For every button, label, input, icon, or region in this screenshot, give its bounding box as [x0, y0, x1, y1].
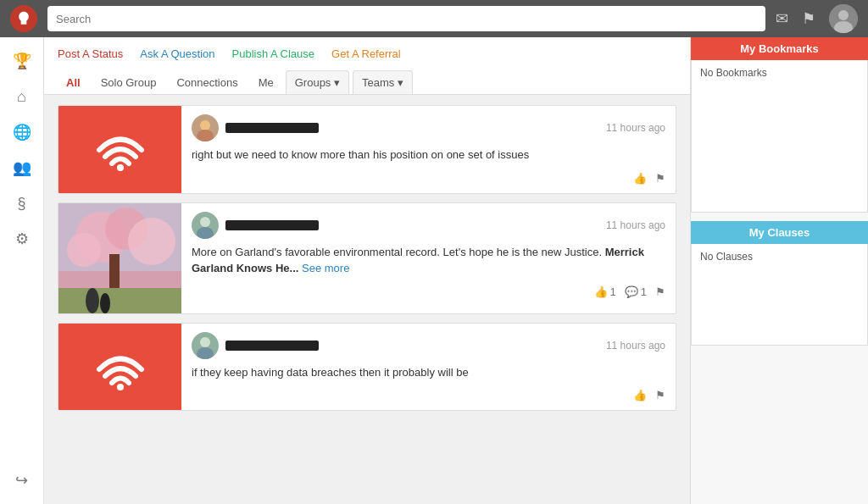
sidebar-item-trophy[interactable]: 🏆	[7, 46, 37, 76]
post-actions-1: 👍 ⚑	[192, 172, 665, 185]
post-body-1: 11 hours ago right but we need to know m…	[181, 106, 676, 193]
thumbs-up-icon-3: 👍	[633, 389, 647, 402]
post-time-1: 11 hours ago	[606, 122, 665, 134]
post-status-link[interactable]: Post A Status	[58, 46, 123, 62]
post-text-3: if they keep having data breaches then i…	[192, 364, 665, 381]
filter-tabs: All Solo Group Connections Me Groups ▾ T…	[58, 70, 676, 94]
post-time-2: 11 hours ago	[606, 219, 665, 231]
svg-point-15	[86, 288, 99, 313]
see-more-link-2[interactable]: See more	[302, 262, 349, 274]
search-bar[interactable]	[47, 6, 765, 31]
svg-point-18	[200, 217, 210, 227]
flag-button-2[interactable]: ⚑	[655, 285, 665, 298]
clauses-body: No Clauses	[691, 244, 868, 346]
sidebar-item-home[interactable]: ⌂	[7, 81, 37, 112]
post-actions-3: 👍 ⚑	[192, 389, 665, 402]
svg-rect-14	[58, 288, 181, 313]
clauses-empty: No Clauses	[700, 251, 753, 263]
post-card: 11 hours ago right but we need to know m…	[58, 105, 676, 194]
filter-tab-me[interactable]: Me	[250, 71, 282, 94]
post-avatar-3	[192, 332, 219, 359]
post-header-1: 11 hours ago	[192, 114, 665, 141]
bookmarks-body: No Bookmarks	[691, 60, 868, 213]
like-button-1[interactable]: 👍	[633, 172, 647, 185]
clauses-header: My Clauses	[691, 221, 868, 244]
post-card-3: 11 hours ago if they keep having data br…	[58, 323, 676, 412]
flag-icon-post-1: ⚑	[655, 172, 665, 185]
post-text-1: right but we need to know more than his …	[192, 147, 665, 163]
sidebar-item-globe[interactable]: 🌐	[7, 117, 37, 147]
filter-tab-teams[interactable]: Teams ▾	[353, 70, 413, 94]
flag-icon-post-2: ⚑	[655, 285, 665, 298]
post-header-2: 11 hours ago	[192, 212, 665, 239]
sidebar: 🏆 ⌂ 🌐 👥 § ⚙ ↪	[0, 37, 44, 504]
get-referral-link[interactable]: Get A Referral	[331, 46, 401, 62]
comment-count-2: 1	[641, 285, 647, 298]
svg-point-12	[67, 233, 101, 267]
clauses-section: My Clauses No Clauses	[691, 221, 868, 346]
right-sidebar: My Bookmarks No Bookmarks My Clauses No …	[690, 37, 868, 504]
ask-question-link[interactable]: Ask A Question	[140, 46, 214, 62]
post-thumbnail-2	[58, 203, 181, 313]
thumbs-up-icon: 👍	[633, 172, 647, 185]
post-username-2	[225, 220, 319, 230]
flag-icon-post-3: ⚑	[655, 389, 665, 402]
post-avatar-1	[192, 114, 219, 141]
svg-point-11	[128, 218, 175, 265]
top-nav: ✉ ⚑	[0, 0, 868, 37]
post-avatar-2	[192, 212, 219, 239]
post-thumbnail-3	[58, 324, 181, 411]
flag-button-3[interactable]: ⚑	[655, 389, 665, 402]
post-actions-2: 👍 1 💬 1 ⚑	[192, 285, 665, 298]
svg-point-1	[838, 10, 849, 20]
feed-icon-3	[86, 340, 154, 394]
post-body-3: 11 hours ago if they keep having data br…	[181, 324, 676, 411]
flag-button-1[interactable]: ⚑	[655, 172, 665, 185]
svg-point-5	[200, 120, 210, 130]
feed-icon-1	[86, 120, 154, 178]
svg-point-16	[100, 293, 110, 313]
action-links: Post A Status Ask A Question Publish A C…	[58, 46, 676, 62]
bookmarks-empty: No Bookmarks	[700, 67, 767, 79]
post-time-3: 11 hours ago	[606, 340, 665, 352]
filter-tab-groups[interactable]: Groups ▾	[286, 70, 349, 94]
sidebar-item-people[interactable]: 👥	[7, 152, 37, 183]
feed-area: 11 hours ago right but we need to know m…	[44, 95, 690, 504]
app-logo[interactable]	[10, 5, 37, 32]
post-card-2: 11 hours ago More on Garland's favorable…	[58, 202, 676, 314]
sidebar-item-settings[interactable]: ⚙	[7, 224, 37, 254]
bookmarks-header: My Bookmarks	[691, 37, 868, 60]
filter-tab-connections[interactable]: Connections	[168, 71, 246, 94]
post-body-2: 11 hours ago More on Garland's favorable…	[181, 203, 676, 313]
like-button-2[interactable]: 👍 1	[594, 285, 616, 298]
user-avatar[interactable]	[829, 4, 858, 33]
svg-point-3	[117, 164, 124, 171]
sidebar-item-section[interactable]: §	[7, 188, 37, 219]
sidebar-item-logout[interactable]: ↪	[7, 465, 37, 496]
action-bar: Post A Status Ask A Question Publish A C…	[44, 37, 690, 95]
post-thumbnail-1	[58, 106, 181, 193]
like-count-2: 1	[610, 285, 616, 298]
post-username-3	[225, 341, 319, 351]
nav-icons: ✉ ⚑	[776, 4, 858, 33]
flag-icon[interactable]: ⚑	[802, 9, 815, 28]
svg-point-20	[117, 384, 124, 390]
thumbs-up-icon-2: 👍	[594, 285, 608, 298]
filter-tab-all[interactable]: All	[58, 71, 89, 94]
post-text-2: More on Garland's favorable environmenta…	[192, 244, 665, 277]
comment-icon-2: 💬	[625, 285, 638, 298]
search-input[interactable]	[56, 13, 757, 25]
filter-tab-solo-group[interactable]: Solo Group	[92, 71, 165, 94]
comment-button-2[interactable]: 💬 1	[625, 285, 647, 298]
svg-point-22	[200, 337, 210, 347]
post-header-3: 11 hours ago	[192, 332, 665, 359]
like-button-3[interactable]: 👍	[633, 389, 647, 402]
content-area: Post A Status Ask A Question Publish A C…	[44, 37, 690, 504]
post-username-1	[225, 123, 319, 133]
messages-icon[interactable]: ✉	[776, 9, 788, 28]
bookmarks-section: My Bookmarks No Bookmarks	[691, 37, 868, 213]
main-layout: 🏆 ⌂ 🌐 👥 § ⚙ ↪ Post A Status Ask A Questi…	[0, 37, 868, 504]
publish-clause-link[interactable]: Publish A Clause	[232, 46, 315, 62]
